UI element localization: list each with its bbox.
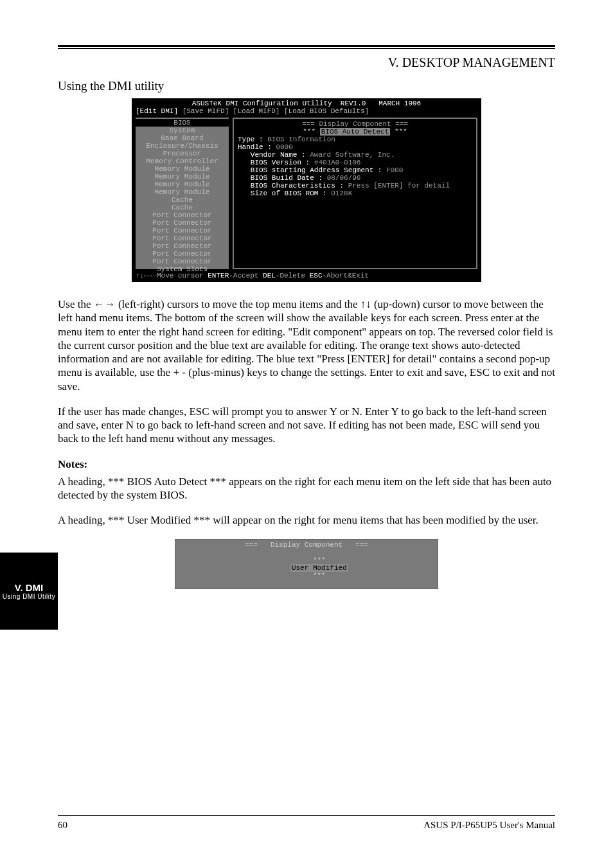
- notes-heading: Notes:: [58, 458, 87, 470]
- list-item[interactable]: Cache: [136, 204, 229, 211]
- build-date-value: 08/06/96: [327, 174, 361, 182]
- list-item[interactable]: Cache: [136, 196, 229, 204]
- characteristics-label: BIOS Characteristics :: [238, 182, 348, 190]
- user-modified-snippet: === Display Component === *** User Modif…: [175, 539, 438, 589]
- rom-size-label: Size of BIOS ROM :: [238, 190, 331, 197]
- bios-screenshot: ASUSTeK DMI Configuration Utility REV1.0…: [132, 98, 481, 282]
- subheading: Using the DMI utility: [58, 79, 555, 93]
- scroll-down-icon[interactable]: ▼: [128, 263, 131, 270]
- menu-load-mifd[interactable]: [Load MIFD]: [233, 107, 280, 115]
- instruction-paragraph-2: If the user has made changes, ESC will p…: [58, 405, 555, 446]
- notes-paragraph-2: A heading, *** User Modified *** will ap…: [58, 513, 555, 527]
- list-item[interactable]: Memory Module: [136, 173, 229, 181]
- list-item[interactable]: System Slots: [136, 265, 229, 273]
- manual-title: ASUS P/I-P65UP5 User's Manual: [423, 820, 555, 831]
- menu-edit-dmi[interactable]: [Edit DMI]: [136, 107, 178, 115]
- list-item[interactable]: Memory Controller: [136, 157, 229, 165]
- snippet-user-modified: *** User Modified ***: [175, 549, 438, 587]
- segment-label: BIOS starting Address Segment :: [238, 166, 386, 174]
- list-item[interactable]: Memory Module: [136, 165, 229, 173]
- side-tab: V. DMI Using DMI Utility: [0, 553, 58, 630]
- component-list[interactable]: BIOS System Base Board Enclosure/Chassis…: [136, 118, 229, 269]
- auto-detect-heading: *** BIOS Auto Detect ***: [238, 128, 472, 136]
- handle-value: 0000: [276, 143, 292, 151]
- menu-save-mifd[interactable]: [Save MIFD]: [182, 107, 229, 115]
- list-item[interactable]: Port Connector: [136, 219, 229, 227]
- list-item[interactable]: Port Connector: [136, 250, 229, 258]
- list-item[interactable]: Base Board: [136, 134, 229, 142]
- bios-title: ASUSTeK DMI Configuration Utility REV1.0…: [132, 98, 481, 107]
- version-value: #401A0-0106: [314, 159, 361, 166]
- list-item[interactable]: Processor: [136, 150, 229, 157]
- characteristics-value[interactable]: Press [ENTER] for detail: [348, 182, 450, 190]
- panel-title: === Display Component ===: [302, 120, 408, 128]
- list-item[interactable]: Port Connector: [136, 242, 229, 250]
- list-item[interactable]: System: [136, 127, 229, 134]
- list-item[interactable]: Port Connector: [136, 258, 229, 265]
- top-rule-thin: [58, 48, 555, 49]
- list-item[interactable]: Memory Module: [136, 188, 229, 196]
- list-item[interactable]: Port Connector: [136, 211, 229, 219]
- list-item[interactable]: Memory Module: [136, 181, 229, 188]
- segment-value: F000: [386, 166, 403, 174]
- side-tab-subtitle: Using DMI Utility: [3, 593, 55, 600]
- snippet-title: === Display Component ===: [175, 541, 438, 549]
- vendor-value: Award Software, Inc.: [310, 151, 395, 159]
- type-label: Type :: [238, 136, 267, 143]
- component-detail-panel: === Display Component === *** BIOS Auto …: [233, 118, 477, 269]
- version-label: BIOS Version :: [238, 159, 314, 166]
- list-item[interactable]: BIOS: [136, 119, 229, 127]
- top-rule-thick: [58, 45, 555, 47]
- list-item[interactable]: Enclosure/Chassis: [136, 142, 229, 150]
- page-footer: 60 ASUS P/I-P65UP5 User's Manual: [58, 815, 555, 831]
- list-item[interactable]: Port Connector: [136, 227, 229, 235]
- build-date-label: BIOS Build Date :: [238, 174, 327, 182]
- handle-label: Handle :: [238, 143, 276, 151]
- bios-top-menu: [Edit DMI] [Save MIFD] [Load MIFD] [Load…: [132, 107, 481, 116]
- type-value: BIOS Information: [267, 136, 335, 143]
- list-item[interactable]: Port Connector: [136, 235, 229, 242]
- rom-size-value: 0128K: [331, 190, 352, 197]
- vendor-label: Vendor Name :: [238, 151, 310, 159]
- section-header: V. DESKTOP MANAGEMENT: [58, 55, 555, 70]
- notes-paragraph-1: A heading, *** BIOS Auto Detect *** appe…: [58, 475, 555, 502]
- scroll-up-icon[interactable]: ▲: [128, 116, 131, 124]
- instruction-paragraph-1: Use the ←→ (left-right) cursors to move …: [58, 297, 555, 393]
- side-tab-title: V. DMI: [15, 582, 43, 593]
- page-number: 60: [58, 820, 67, 831]
- menu-load-bios-defaults[interactable]: [Load BIOS Defaults]: [284, 107, 369, 115]
